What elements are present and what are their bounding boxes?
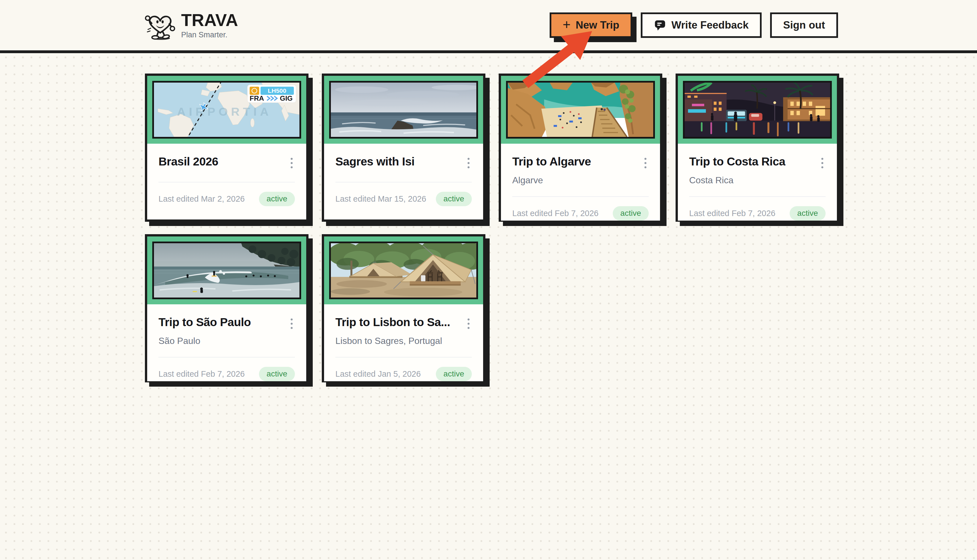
trip-card-sagres-with-isi[interactable]: Sagres with Isi Last edited Mar 15, 2026… bbox=[322, 73, 485, 222]
divider bbox=[159, 357, 295, 357]
divider bbox=[159, 182, 295, 182]
algarve-beach-image bbox=[508, 83, 653, 137]
flight-number: LH500 bbox=[268, 87, 286, 94]
status-badge: active bbox=[436, 367, 472, 381]
map-watermark: AIRPORTIA bbox=[177, 105, 272, 118]
kebab-menu-icon[interactable] bbox=[288, 316, 295, 332]
write-feedback-label: Write Feedback bbox=[671, 19, 748, 31]
status-badge: active bbox=[259, 367, 295, 381]
last-edited-label: Last edited Mar 2, 2026 bbox=[159, 194, 245, 203]
costa-rica-night-image bbox=[685, 83, 830, 137]
kebab-menu-icon[interactable] bbox=[642, 155, 649, 171]
divider bbox=[336, 357, 472, 357]
app-header: TRAVA Plan Smarter. + New Trip Write Fee… bbox=[0, 0, 977, 53]
trip-title: Brasil 2026 bbox=[159, 155, 218, 168]
trip-card-brasil-2026[interactable]: AIRPORTIA LH500 FRA GIG bbox=[145, 73, 309, 222]
trip-title: Trip to São Paulo bbox=[159, 316, 251, 329]
sign-out-button[interactable]: Sign out bbox=[770, 12, 838, 38]
kebab-menu-icon[interactable] bbox=[819, 155, 825, 171]
trip-cover bbox=[501, 76, 660, 144]
trip-cover bbox=[324, 237, 483, 304]
sign-out-label: Sign out bbox=[783, 19, 825, 31]
sao-paulo-surf-image bbox=[154, 243, 299, 298]
new-trip-label: New Trip bbox=[576, 19, 619, 31]
brand: TRAVA Plan Smarter. bbox=[145, 9, 238, 41]
brand-name: TRAVA bbox=[181, 11, 238, 29]
trip-subtitle: Costa Rica bbox=[689, 175, 825, 185]
last-edited-label: Last edited Feb 7, 2026 bbox=[689, 209, 775, 218]
trip-card-lisbon-sagres[interactable]: Trip to Lisbon to Sa... Lisbon to Sagres… bbox=[322, 234, 485, 382]
divider bbox=[336, 182, 472, 182]
ocean-horizon-image bbox=[331, 83, 476, 137]
trip-cover: AIRPORTIA LH500 FRA GIG bbox=[147, 76, 306, 144]
flight-origin: FRA bbox=[250, 95, 264, 102]
status-badge: active bbox=[790, 206, 825, 221]
trip-cover bbox=[324, 76, 483, 144]
header-actions: + New Trip Write Feedback Sign out bbox=[549, 12, 838, 38]
trip-subtitle: Lisbon to Sagres, Portugal bbox=[336, 336, 472, 346]
divider bbox=[512, 196, 649, 197]
write-feedback-button[interactable]: Write Feedback bbox=[641, 12, 762, 38]
trava-mascot-logo-icon bbox=[145, 9, 175, 41]
trip-card-algarve[interactable]: Trip to Algarve Algarve Last edited Feb … bbox=[499, 73, 662, 222]
trip-card-costa-rica[interactable]: Trip to Costa Rica Costa Rica Last edite… bbox=[676, 73, 839, 222]
trip-grid: AIRPORTIA LH500 FRA GIG bbox=[145, 73, 839, 382]
trip-subtitle: São Paulo bbox=[159, 336, 295, 346]
last-edited-label: Last edited Feb 7, 2026 bbox=[512, 209, 599, 218]
trip-subtitle: Algarve bbox=[512, 175, 649, 185]
flight-map-image: AIRPORTIA LH500 FRA GIG bbox=[154, 83, 299, 137]
trip-card-sao-paulo[interactable]: Trip to São Paulo São Paulo Last edited … bbox=[145, 234, 309, 382]
trip-title: Trip to Costa Rica bbox=[689, 155, 785, 168]
status-badge: active bbox=[259, 192, 295, 206]
brand-tagline: Plan Smarter. bbox=[181, 30, 238, 39]
status-badge: active bbox=[613, 206, 649, 221]
kebab-menu-icon[interactable] bbox=[465, 316, 472, 332]
kebab-menu-icon[interactable] bbox=[465, 155, 472, 171]
flight-badge: LH500 FRA GIG bbox=[247, 85, 296, 103]
trip-title: Trip to Lisbon to Sa... bbox=[336, 316, 450, 329]
flight-destination: GIG bbox=[280, 95, 293, 102]
last-edited-label: Last edited Mar 15, 2026 bbox=[336, 194, 426, 203]
kebab-menu-icon[interactable] bbox=[288, 155, 295, 171]
status-badge: active bbox=[436, 192, 472, 206]
divider bbox=[689, 196, 825, 197]
trip-title: Sagres with Isi bbox=[336, 155, 415, 168]
campsite-tents-image bbox=[331, 243, 476, 298]
trip-cover bbox=[147, 237, 306, 304]
trip-cover bbox=[678, 76, 837, 144]
new-trip-button[interactable]: + New Trip bbox=[549, 12, 632, 38]
trip-title: Trip to Algarve bbox=[512, 155, 591, 168]
last-edited-label: Last edited Jan 5, 2026 bbox=[336, 369, 421, 379]
speech-bubble-icon bbox=[654, 19, 666, 32]
last-edited-label: Last edited Feb 7, 2026 bbox=[159, 369, 245, 379]
